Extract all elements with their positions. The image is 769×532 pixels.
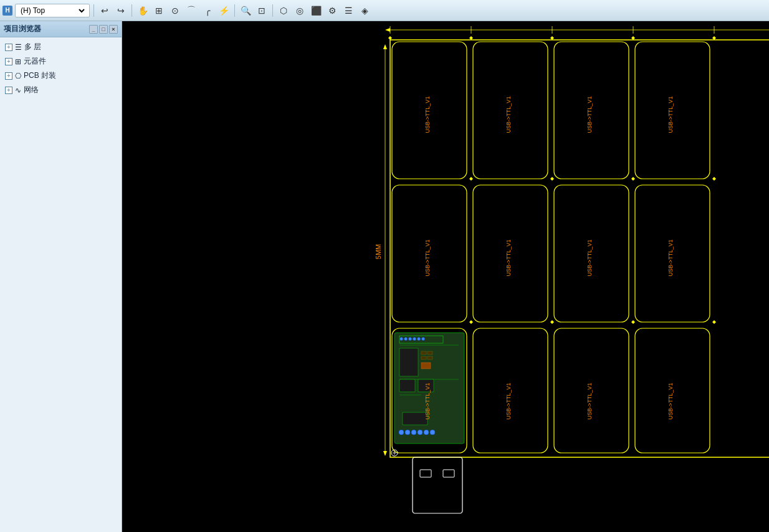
svg-point-41 — [413, 338, 416, 341]
svg-rect-61 — [403, 412, 427, 425]
sidebar-tree: + ☰ 多 层 + ⊞ 元器件 + ⎔ PCB 封装 + ∿ 网络 — [0, 37, 122, 532]
svg-text:USB->TTL_V1: USB->TTL_V1 — [667, 240, 674, 277]
svg-point-57 — [411, 430, 416, 435]
sidebar-item-pcb-label: PCB 封装 — [24, 70, 56, 81]
sidebar-item-components[interactable]: + ⊞ 元器件 — [0, 54, 122, 69]
svg-point-59 — [424, 430, 429, 435]
sidebar-item-pcb-footprint[interactable]: + ⎔ PCB 封装 — [0, 69, 122, 83]
pcb-canvas[interactable]: 5MM 5MM USB->TTL_V1 USB->TTL_V1 USB-> — [122, 21, 769, 532]
sidebar-item-netlist-label: 网络 — [24, 85, 39, 95]
toolbar-btn-3d[interactable]: ⬡ — [277, 4, 290, 17]
toolbar-separator-3 — [234, 4, 235, 17]
toolbar-separator-1 — [93, 4, 94, 17]
svg-text:5MM: 5MM — [375, 244, 382, 259]
components-icon: ⊞ — [15, 57, 21, 66]
sidebar: 项目浏览器 _ □ × + ☰ 多 层 + ⊞ 元器件 + ⎔ PCB 封装 — [0, 21, 122, 532]
svg-text:USB->TTL_V1: USB->TTL_V1 — [586, 97, 593, 133]
svg-point-40 — [409, 338, 412, 341]
layer-selector[interactable]: (H) Top(H) BottomTop CopperBottom Copper — [15, 4, 90, 17]
svg-rect-53 — [399, 379, 415, 392]
layers-icon: ☰ — [15, 43, 22, 52]
expand-netlist-icon[interactable]: + — [5, 87, 12, 94]
svg-point-58 — [418, 430, 423, 435]
svg-rect-44 — [399, 348, 418, 376]
toolbar-btn-track[interactable]: ⌒ — [184, 4, 198, 17]
toolbar-btn-highlight[interactable]: ◎ — [293, 4, 307, 17]
sidebar-item-layers[interactable]: + ☰ 多 层 — [0, 40, 122, 54]
sidebar-header: 项目浏览器 _ □ × — [0, 21, 122, 37]
toolbar-btn-route[interactable]: ⊞ — [152, 4, 166, 17]
toolbar-separator-4 — [272, 4, 273, 17]
toolbar-btn-undo[interactable]: ↩ — [98, 4, 112, 17]
toolbar-btn-zoom-area[interactable]: ⊡ — [255, 4, 269, 17]
sidebar-close-btn[interactable]: × — [109, 25, 118, 34]
svg-rect-49 — [421, 363, 431, 369]
svg-text:USB->TTL_V1: USB->TTL_V1 — [505, 383, 512, 420]
toolbar-btn-place-via[interactable]: ⊙ — [168, 4, 182, 17]
svg-text:USB->TTL_V1: USB->TTL_V1 — [424, 97, 431, 133]
titlebar: H (H) Top(H) BottomTop CopperBottom Copp… — [0, 0, 769, 21]
expand-footprint-icon[interactable]: + — [5, 72, 12, 80]
svg-point-60 — [430, 430, 435, 435]
canvas-area[interactable]: 5MM 5MM USB->TTL_V1 USB->TTL_V1 USB-> — [122, 21, 769, 532]
toolbar-btn-settings[interactable]: ⚙ — [325, 4, 339, 17]
svg-point-38 — [400, 338, 403, 341]
toolbar-btn-extra1[interactable]: ☰ — [342, 4, 355, 17]
svg-point-55 — [399, 430, 404, 435]
svg-text:USB->TTL_V1: USB->TTL_V1 — [586, 383, 593, 420]
svg-text:USB->TTL_V1: USB->TTL_V1 — [667, 383, 674, 420]
expand-layers-icon[interactable]: + — [5, 44, 12, 51]
toolbar-btn-extra2[interactable]: ◈ — [358, 4, 371, 17]
sidebar-item-components-label: 元器件 — [24, 56, 46, 67]
main-layout: 项目浏览器 _ □ × + ☰ 多 层 + ⊞ 元器件 + ⎔ PCB 封装 — [0, 21, 769, 532]
sidebar-minimize-btn[interactable]: _ — [89, 25, 98, 34]
svg-rect-45 — [421, 351, 426, 354]
svg-point-39 — [404, 338, 408, 341]
toolbar-btn-inspect[interactable]: ⬛ — [309, 4, 323, 17]
footprint-icon: ⎔ — [15, 72, 21, 80]
toolbar-btn-drc[interactable]: ⚡ — [217, 4, 231, 17]
app-icon: H — [2, 6, 12, 16]
svg-point-56 — [405, 430, 410, 435]
svg-rect-48 — [427, 356, 432, 359]
sidebar-controls: _ □ × — [89, 25, 118, 34]
toolbar-btn-redo[interactable]: ↪ — [114, 4, 128, 17]
svg-rect-47 — [421, 356, 426, 359]
svg-text:USB->TTL_V1: USB->TTL_V1 — [586, 240, 593, 277]
sidebar-title: 项目浏览器 — [4, 24, 41, 34]
netlist-icon: ∿ — [15, 86, 21, 95]
svg-point-42 — [418, 338, 421, 341]
toolbar-separator-2 — [131, 4, 132, 17]
sidebar-item-layers-label: 多 层 — [24, 42, 41, 52]
toolbar-btn-arc[interactable]: ╭ — [201, 4, 214, 17]
sidebar-restore-btn[interactable]: □ — [99, 25, 108, 34]
toolbar-btn-pan[interactable]: ✋ — [136, 4, 150, 17]
toolbar-btn-zoom-in[interactable]: 🔍 — [239, 4, 252, 17]
svg-point-43 — [422, 338, 425, 341]
svg-rect-46 — [427, 351, 432, 354]
layer-dropdown[interactable]: (H) Top(H) BottomTop CopperBottom Copper — [18, 6, 87, 16]
svg-text:USB->TTL_V1: USB->TTL_V1 — [424, 240, 431, 277]
svg-text:USB->TTL_V1: USB->TTL_V1 — [505, 97, 512, 133]
svg-text:USB->TTL_V1: USB->TTL_V1 — [505, 240, 512, 277]
expand-components-icon[interactable]: + — [5, 58, 12, 65]
svg-text:USB->TTL_V1: USB->TTL_V1 — [424, 383, 431, 420]
svg-text:USB->TTL_V1: USB->TTL_V1 — [667, 97, 674, 133]
sidebar-item-netlist[interactable]: + ∿ 网络 — [0, 83, 122, 97]
